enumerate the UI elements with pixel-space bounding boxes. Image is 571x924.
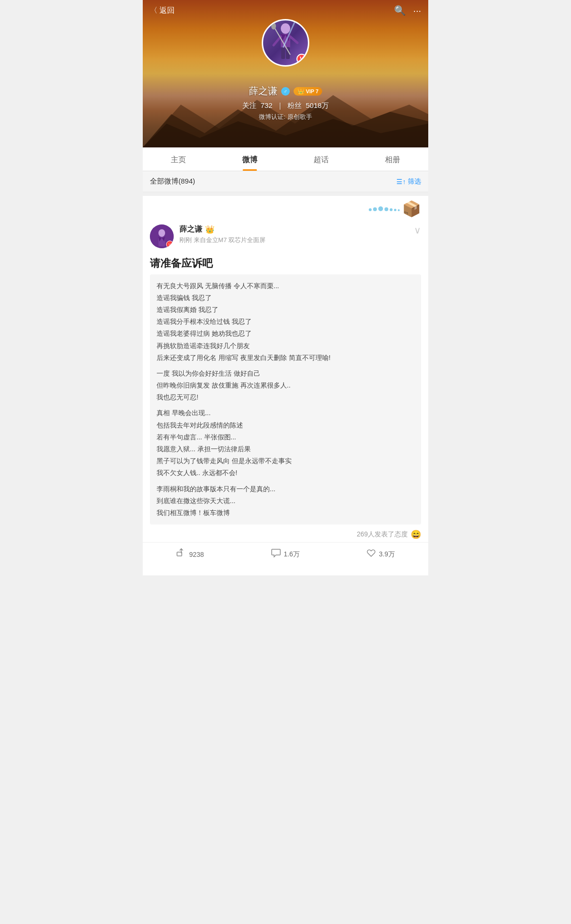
follow-label: 关注 xyxy=(242,101,256,109)
post-line-13: 真相 早晚会出现... xyxy=(157,407,414,419)
post-line-5: 造谣我老婆得过病 她劝我也忍了 xyxy=(157,328,414,340)
post-line-3: 造谣我假离婚 我忍了 xyxy=(157,304,414,316)
post-line-2: 造谣我骗钱 我忍了 xyxy=(157,292,414,304)
vip-tag: 👑 VIP 7 xyxy=(294,87,323,96)
gender-icon: ♂ xyxy=(284,88,287,94)
post-line-7: 后来还变成了用化名 用缩写 夜里发白天删除 简直不可理喻! xyxy=(157,352,414,364)
search-icon[interactable]: 🔍 xyxy=(394,5,406,16)
back-button[interactable]: 〈 返回 xyxy=(150,6,175,16)
reaction-row: 269人发表了态度 😄 xyxy=(143,525,428,542)
bottom-safe-area xyxy=(143,566,428,575)
svg-point-12 xyxy=(271,23,276,29)
post-line-6: 再挑软肋造谣牵连我好几个朋友 xyxy=(157,340,414,352)
profile-name-row: 薛之谦 ♂ 👑 VIP 7 xyxy=(143,85,428,97)
post-line-15: 若有半句虚言... 半张假图... xyxy=(157,431,414,443)
wave-dot-5 xyxy=(390,208,393,211)
spacer-3 xyxy=(157,479,414,483)
share-action[interactable]: 9238 xyxy=(143,548,238,560)
post-line-14: 包括我去年对此段感情的陈述 xyxy=(157,419,414,431)
wave-dot-6 xyxy=(394,209,396,211)
avatar-vip-badge: V xyxy=(296,54,307,64)
post-line-4: 造谣我分手根本没给过钱 我忍了 xyxy=(157,316,414,328)
post-line-16: 我愿意入狱... 承担一切法律后果 xyxy=(157,443,414,455)
spacer-2 xyxy=(157,403,414,407)
post-time-source: 刚刚 来自金立M7 双芯片全面屏 xyxy=(179,236,414,244)
wave-dot-2 xyxy=(373,207,377,211)
gift-waves xyxy=(369,206,400,211)
filter-icon: ☰↑ xyxy=(396,178,406,185)
post-line-9: 一度 我以为你会好好生活 做好自己 xyxy=(157,368,414,379)
gift-box-emoji[interactable]: 📦 xyxy=(402,200,421,218)
comment-count: 1.6万 xyxy=(284,550,299,559)
follow-stats: 关注 732 ｜ 粉丝 5018万 xyxy=(143,101,428,110)
tab-home-label: 主页 xyxy=(171,156,186,164)
tab-album-label: 相册 xyxy=(385,156,400,164)
share-icon xyxy=(177,548,186,560)
tab-super-label: 超话 xyxy=(314,156,329,164)
filter-button[interactable]: ☰↑ 筛选 xyxy=(396,177,421,186)
post-line-22: 我们相互微博！板车微博 xyxy=(157,507,414,519)
more-icon[interactable]: ··· xyxy=(413,5,421,16)
wave-dot-7 xyxy=(398,209,400,211)
tab-bar: 主页 微博 超话 相册 xyxy=(143,147,428,171)
svg-point-3 xyxy=(281,23,290,34)
fans-count: 5018万 xyxy=(306,101,329,109)
svg-line-9 xyxy=(274,37,281,45)
like-icon xyxy=(366,548,376,560)
svg-rect-7 xyxy=(281,47,285,59)
share-count: 9238 xyxy=(189,551,204,558)
post-name-row: 薛之谦 👑 xyxy=(179,224,414,234)
svg-line-10 xyxy=(290,37,297,43)
post-line-21: 到底谁在撒这些弥天大谎... xyxy=(157,495,414,507)
fans-label: 粉丝 xyxy=(287,101,302,109)
tab-home[interactable]: 主页 xyxy=(143,147,214,171)
crown-icon: 👑 xyxy=(297,88,305,95)
post-line-11: 我也忍无可忍! xyxy=(157,391,414,403)
tab-weibo-label: 微博 xyxy=(242,156,257,164)
nav-icon-group: 🔍 ··· xyxy=(394,5,421,16)
tab-weibo[interactable]: 微博 xyxy=(214,147,286,171)
post-line-18: 我不欠女人钱.. 永远都不会! xyxy=(157,467,414,479)
filter-label: 筛选 xyxy=(408,177,421,186)
post-username: 薛之谦 xyxy=(179,224,202,234)
profile-name: 薛之谦 xyxy=(249,85,277,97)
post-count: 全部微博(894) xyxy=(150,177,195,186)
post-title: 请准备应诉吧 xyxy=(143,252,428,274)
top-navigation: 〈 返回 🔍 ··· xyxy=(143,5,428,16)
verification-text: 微博认证: 原创歌手 xyxy=(143,113,428,121)
post-meta: 薛之谦 👑 刚刚 来自金立M7 双芯片全面屏 xyxy=(179,224,414,244)
like-count: 3.9万 xyxy=(379,550,394,559)
post-crown-icon: 👑 xyxy=(205,225,215,234)
profile-info: 薛之谦 ♂ 👑 VIP 7 关注 732 ｜ 粉丝 5018万 微博认证: 原创… xyxy=(143,85,428,121)
back-chevron: 〈 xyxy=(150,6,158,16)
post-avatar-vip: V xyxy=(166,241,174,248)
post-line-20: 李雨桐和我的故事版本只有一个是真的... xyxy=(157,483,414,495)
gender-badge: ♂ xyxy=(281,87,290,96)
follow-count: 732 xyxy=(260,101,272,109)
reaction-text: 269人发表了态度 xyxy=(357,530,408,539)
post-content-box: 有无良大号跟风 无脑传播 令人不寒而栗... 造谣我骗钱 我忍了 造谣我假离婚 … xyxy=(150,274,421,525)
post-line-1: 有无良大号跟风 无脑传播 令人不寒而栗... xyxy=(157,280,414,292)
action-bar: 9238 1.6万 3.9万 xyxy=(143,542,428,566)
profile-avatar[interactable]: V xyxy=(262,19,309,67)
vip-label: VIP 7 xyxy=(306,88,319,94)
svg-point-15 xyxy=(158,229,165,237)
gift-banner: 📦 xyxy=(143,196,428,220)
comment-action[interactable]: 1.6万 xyxy=(238,548,333,560)
like-action[interactable]: 3.9万 xyxy=(333,548,428,560)
post-avatar[interactable]: V xyxy=(150,224,174,248)
tab-super[interactable]: 超话 xyxy=(286,147,357,171)
spacer-1 xyxy=(157,364,414,368)
post-header: V 薛之谦 👑 刚刚 来自金立M7 双芯片全面屏 ∨ xyxy=(143,220,428,252)
back-label[interactable]: 返回 xyxy=(159,6,175,16)
wave-dot-3 xyxy=(378,206,383,211)
filter-bar: 全部微博(894) ☰↑ 筛选 xyxy=(143,171,428,192)
profile-banner: 〈 返回 🔍 ··· xyxy=(143,0,428,147)
wave-dot-4 xyxy=(384,207,388,211)
reaction-emoji: 😄 xyxy=(411,529,421,540)
profile-avatar-wrap: V xyxy=(262,19,309,67)
post-line-10: 但昨晚你旧病复发 故伎重施 再次连累很多人.. xyxy=(157,379,414,391)
expand-button[interactable]: ∨ xyxy=(414,224,421,236)
tab-album[interactable]: 相册 xyxy=(357,147,428,171)
comment-icon xyxy=(271,548,281,560)
